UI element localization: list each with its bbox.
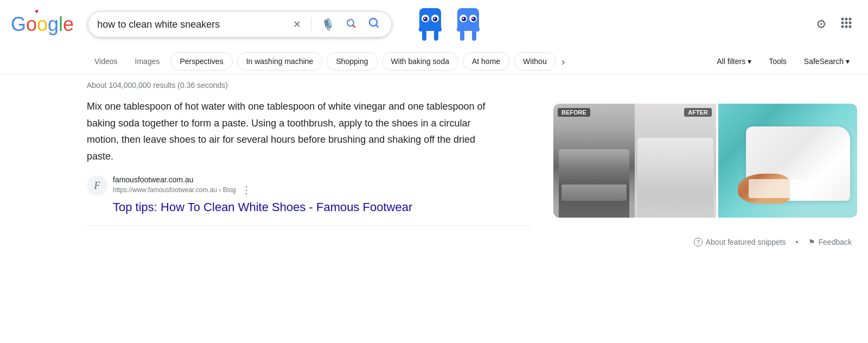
- svg-rect-23: [457, 27, 463, 31]
- safesearch-chevron-icon: ▾: [846, 57, 850, 66]
- about-snippets-label: About featured snippets: [706, 238, 786, 246]
- svg-point-20: [473, 18, 474, 20]
- apps-button[interactable]: [835, 12, 857, 37]
- before-after-image: BEFORE AFTER: [553, 104, 716, 218]
- tools-label: Tools: [769, 57, 787, 66]
- feedback-button[interactable]: ⚑ Feedback: [803, 234, 857, 250]
- feedback-label: Feedback: [819, 238, 852, 246]
- search-icon: [367, 16, 380, 33]
- safesearch-label: SafeSearch: [804, 57, 844, 66]
- search-button[interactable]: [365, 14, 382, 35]
- google-logo: Google ♥: [11, 13, 74, 36]
- results-count: About 104,000,000 results (0.36 seconds): [87, 81, 532, 90]
- svg-point-31: [841, 26, 844, 28]
- lens-icon: [344, 17, 358, 33]
- question-circle-icon: ?: [694, 238, 703, 246]
- flag-icon: ⚑: [808, 238, 815, 246]
- chevron-down-icon: ▾: [748, 57, 751, 66]
- svg-point-8: [424, 18, 426, 20]
- svg-point-19: [463, 18, 464, 20]
- svg-point-1: [348, 21, 350, 23]
- search-icons: ✕ 🎙️: [291, 14, 382, 35]
- tab-shopping[interactable]: Shopping: [327, 52, 377, 71]
- source-url: https://www.famousfootwear.com.au › Blog…: [113, 184, 253, 196]
- result-link[interactable]: Top tips: How To Clean White Shoes - Fam…: [87, 200, 532, 214]
- svg-point-32: [845, 26, 848, 28]
- tab-images-label: Images: [135, 57, 160, 66]
- gear-icon: ⚙: [816, 17, 827, 31]
- mic-icon: 🎙️: [321, 18, 335, 31]
- tab-in-washing-machine[interactable]: In washing machine: [237, 52, 323, 71]
- mascot-left: [411, 5, 449, 43]
- about-featured-snippets-button[interactable]: ? About featured snippets: [688, 234, 792, 250]
- mascot-right: [449, 5, 487, 43]
- tab-without-label: Withou: [523, 57, 547, 66]
- featured-snippet: Mix one tablespoon of hot water with one…: [87, 98, 532, 226]
- tab-with-baking-soda[interactable]: With baking soda: [382, 52, 458, 71]
- chevron-right-icon: ›: [561, 55, 565, 67]
- header-right: ⚙: [812, 12, 857, 37]
- more-options-button[interactable]: ⋮: [239, 184, 253, 196]
- svg-point-33: [849, 26, 852, 28]
- settings-button[interactable]: ⚙: [812, 13, 831, 36]
- source-row: F famousfootwear.com.au https://www.famo…: [87, 175, 532, 196]
- tools-button[interactable]: Tools: [761, 53, 794, 70]
- tab-videos-label: Videos: [94, 57, 118, 66]
- results-area: About 104,000,000 results (0.36 seconds)…: [0, 74, 868, 226]
- svg-rect-13: [435, 27, 442, 31]
- after-label: AFTER: [684, 108, 712, 117]
- favicon: F: [87, 175, 107, 196]
- svg-point-26: [845, 18, 848, 21]
- cleaning-image: [718, 104, 857, 218]
- svg-rect-12: [419, 27, 425, 31]
- svg-point-25: [841, 18, 844, 21]
- apps-grid-icon: [840, 16, 853, 29]
- tab-without[interactable]: Withou: [514, 52, 556, 71]
- svg-point-30: [849, 22, 852, 24]
- tab-at-home[interactable]: At home: [463, 52, 509, 71]
- safesearch-button[interactable]: SafeSearch ▾: [796, 53, 857, 70]
- navigation-bar: Videos Images Perspectives In washing ma…: [0, 49, 868, 74]
- mascots-area: [411, 5, 487, 43]
- divider: [311, 18, 311, 31]
- clear-button[interactable]: ✕: [291, 16, 303, 33]
- more-tabs-button[interactable]: ›: [559, 55, 567, 68]
- snippet-text: Mix one tablespoon of hot water with one…: [87, 98, 505, 164]
- heart-decoration: ♥: [35, 8, 39, 15]
- footer: ? About featured snippets • ⚑ Feedback: [0, 226, 868, 255]
- separator-dot: •: [796, 238, 799, 246]
- results-right: BEFORE AFTER: [553, 81, 857, 226]
- source-info: famousfootwear.com.au https://www.famous…: [113, 175, 253, 196]
- tab-shopping-label: Shopping: [336, 57, 368, 66]
- tab-with-baking-soda-label: With baking soda: [391, 57, 449, 66]
- voice-search-button[interactable]: 🎙️: [319, 16, 337, 33]
- search-bar: ✕ 🎙️: [88, 11, 392, 37]
- tab-videos[interactable]: Videos: [87, 52, 125, 71]
- tab-perspectives[interactable]: Perspectives: [170, 52, 232, 71]
- tab-perspectives-label: Perspectives: [180, 57, 223, 66]
- header: Google ♥ ✕ 🎙️: [0, 0, 868, 49]
- nav-right-controls: All filters ▾ Tools SafeSearch ▾: [709, 53, 857, 70]
- svg-point-27: [849, 18, 852, 21]
- clear-icon: ✕: [293, 18, 301, 30]
- snippet-images: BEFORE AFTER: [553, 104, 857, 218]
- tab-in-washing-machine-label: In washing machine: [246, 57, 314, 66]
- tab-images[interactable]: Images: [127, 52, 168, 71]
- source-name: famousfootwear.com.au: [113, 175, 253, 184]
- svg-point-29: [845, 22, 848, 24]
- all-filters-button[interactable]: All filters ▾: [709, 53, 759, 70]
- before-label: BEFORE: [558, 108, 590, 117]
- svg-point-9: [434, 18, 436, 20]
- results-left: About 104,000,000 results (0.36 seconds)…: [87, 81, 532, 226]
- all-filters-label: All filters: [717, 57, 745, 66]
- tab-at-home-label: At home: [472, 57, 500, 66]
- svg-rect-24: [473, 27, 480, 31]
- svg-point-28: [841, 22, 844, 24]
- lens-button[interactable]: [342, 15, 360, 35]
- search-input[interactable]: [97, 19, 291, 30]
